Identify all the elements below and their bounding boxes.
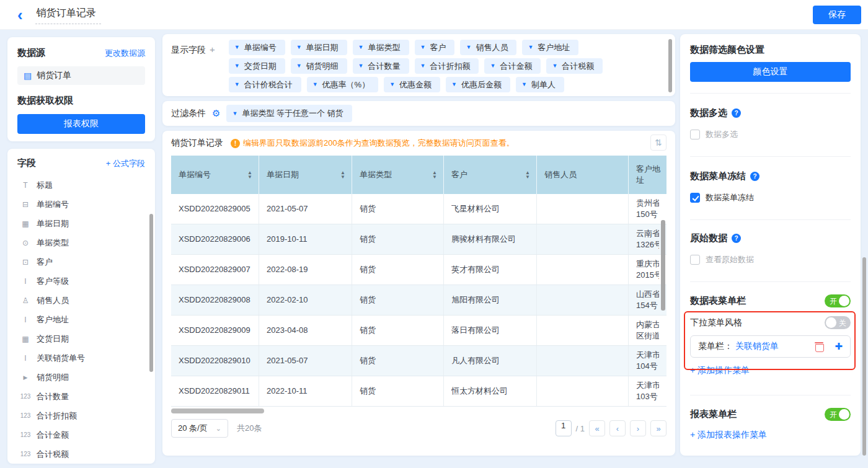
table-row[interactable]: XSDD20220829006 2019-10-11 销货 腾骏材料有限公司 云…	[171, 224, 666, 255]
display-chip[interactable]: ▼客户地址	[522, 40, 578, 55]
datasource-item[interactable]: ▤ 销货订单	[17, 66, 145, 85]
move-icon[interactable]: ✚	[835, 341, 843, 352]
report-menubar-toggle[interactable]: 开	[825, 408, 851, 421]
question-icon[interactable]: ?	[732, 234, 741, 243]
field-item-customer[interactable]: ⊡客户	[17, 252, 145, 272]
datasource-item-label: 销货订单	[37, 70, 71, 81]
display-chip[interactable]: ▼客户	[415, 40, 455, 55]
multi-select-checkbox[interactable]	[690, 130, 700, 139]
field-item-total-tax[interactable]: 123合计税额	[17, 444, 145, 464]
add-action-menu-link[interactable]: + 添加操作菜单	[690, 365, 750, 376]
field-item-title[interactable]: T标题	[17, 175, 145, 195]
field-item-doc-number[interactable]: ⊟单据编号	[17, 195, 145, 214]
add-display-field-button[interactable]: +	[210, 44, 215, 55]
field-item-salesperson[interactable]: ♙销售人员	[17, 291, 145, 310]
field-item-sales-detail[interactable]: ▶销货明细	[17, 368, 145, 387]
display-chip[interactable]: ▼优惠金额	[384, 77, 440, 92]
display-chip[interactable]: ▼优惠后金额	[446, 77, 510, 92]
column-header-doc-date[interactable]: 单据日期▲▼	[259, 156, 352, 194]
table-row[interactable]: XSDD20220829010 2021-05-07 销货 凡人有限公司 天津市…	[171, 346, 666, 376]
datasource-heading: 数据源	[17, 47, 45, 59]
display-chip[interactable]: ▼合计价税合计	[229, 77, 301, 92]
table-row[interactable]: XSDD20220829007 2022-08-19 销货 英才有限公司 重庆市…	[171, 255, 666, 285]
change-datasource-link[interactable]: 更改数据源	[105, 48, 145, 59]
prev-page-button[interactable]: ‹	[609, 420, 626, 436]
raw-data-checkbox-row[interactable]: 查看原始数据	[690, 254, 851, 265]
table-row[interactable]: XSDD20220829009 2023-04-08 销货 落日有限公司 内蒙古…	[171, 316, 666, 346]
dropdown-style-toggle[interactable]: 关	[825, 316, 851, 329]
table-scrollbar-horizontal[interactable]	[171, 408, 666, 413]
display-fields-scrollbar[interactable]	[668, 39, 672, 92]
display-chip[interactable]: ▼优惠率（%）	[307, 77, 378, 92]
add-formula-field-link[interactable]: + 公式字段	[106, 158, 145, 169]
column-header-customer-address[interactable]: 客户地址	[629, 156, 666, 194]
raw-data-checkbox[interactable]	[690, 255, 700, 265]
sort-order-button[interactable]: ⇅	[650, 135, 666, 151]
table-row[interactable]: XSDD20220829011 2022-10-11 销货 恒太方材料公司 天津…	[171, 376, 666, 407]
field-item-customer-level[interactable]: I客户等级	[17, 272, 145, 291]
menu-item-link[interactable]: 关联销货单	[735, 341, 812, 352]
back-icon[interactable]: ‹	[17, 2, 23, 27]
menu-freeze-checkbox-row[interactable]: 数据菜单冻结	[690, 192, 851, 203]
page-number-input[interactable]: 1	[556, 420, 572, 436]
display-chip[interactable]: ▼合计数量	[353, 58, 409, 74]
display-chip[interactable]: ▼单据编号	[229, 40, 285, 55]
last-page-button[interactable]: »	[650, 420, 666, 436]
fields-scrollbar[interactable]	[149, 214, 153, 372]
display-chip[interactable]: ▼交货日期	[229, 58, 285, 74]
field-item-doc-date[interactable]: ▦单据日期	[17, 214, 145, 233]
table-row[interactable]: XSDD20220829008 2022-02-10 销货 旭阳有限公司 山西省…	[171, 285, 666, 316]
column-header-salesperson[interactable]: 销售人员	[537, 156, 629, 194]
save-button[interactable]: 保存	[813, 6, 861, 24]
menu-item-row: 菜单栏： 关联销货单 ✚	[690, 335, 851, 358]
sort-arrows-icon[interactable]: ▲▼	[525, 170, 530, 179]
field-item-total-discount[interactable]: 123合计折扣额	[17, 406, 145, 425]
column-header-doc-type[interactable]: 单据类型▲▼	[352, 156, 444, 194]
cell-doc-date: 2019-10-11	[267, 234, 344, 245]
doc-number-icon: ⊟	[20, 200, 31, 209]
multi-select-checkbox-row[interactable]: 数据多选	[690, 129, 851, 140]
sort-arrows-icon[interactable]: ▲▼	[340, 170, 345, 179]
display-chip[interactable]: ▼制单人	[516, 77, 564, 92]
color-setting-button[interactable]: 颜色设置	[690, 62, 851, 82]
page-scrollbar[interactable]	[862, 257, 866, 456]
field-item-related-sales-no[interactable]: I关联销货单号	[17, 348, 145, 368]
table-row[interactable]: XSDD20220829005 2021-05-07 销货 飞星材料公司 贵州省…	[171, 194, 666, 224]
display-chip[interactable]: ▼合计金额	[484, 58, 541, 74]
table-scrollbar-vertical[interactable]	[661, 220, 665, 311]
next-page-button[interactable]: ›	[630, 420, 646, 436]
display-chip[interactable]: ▼合计折扣额	[415, 58, 479, 74]
sort-order-icon: ⇅	[655, 138, 662, 148]
display-chip[interactable]: ▼销货明细	[291, 58, 347, 74]
add-report-action-menu-link[interactable]: + 添加报表操作菜单	[690, 430, 767, 441]
sort-arrows-icon[interactable]: ▲▼	[432, 170, 437, 179]
column-header-customer[interactable]: 客户▲▼	[444, 156, 537, 194]
field-item-total-qty[interactable]: 123合计数量	[17, 387, 145, 406]
question-icon[interactable]: ?	[732, 108, 741, 118]
page-size-select[interactable]: 20 条/页 ⌄	[171, 419, 228, 438]
chip-label: 单据编号	[244, 42, 277, 53]
filter-condition-chip[interactable]: ▼ 单据类型 等于任意一个 销货	[226, 105, 352, 122]
field-item-total-amount[interactable]: 123合计金额	[17, 425, 145, 444]
chip-label: 客户地址	[538, 42, 570, 53]
field-item-customer-address[interactable]: I客户地址	[17, 310, 145, 329]
field-label: 单据日期	[37, 218, 69, 229]
report-permission-button[interactable]: 报表权限	[17, 114, 145, 134]
field-item-delivery-date[interactable]: ▦交货日期	[17, 329, 145, 348]
table-menubar-toggle[interactable]: 开	[825, 294, 851, 307]
question-icon[interactable]: ?	[750, 172, 760, 181]
gear-icon[interactable]: ⚙	[212, 108, 220, 119]
column-label: 单据类型	[360, 169, 392, 180]
prev-page-icon: ‹	[616, 424, 619, 433]
sort-arrows-icon[interactable]: ▲▼	[247, 170, 252, 179]
menu-freeze-checkbox[interactable]	[690, 193, 700, 203]
column-header-doc-number[interactable]: 单据编号▲▼	[171, 156, 259, 194]
trash-icon[interactable]	[815, 342, 823, 351]
chip-label: 优惠后金额	[461, 79, 502, 91]
first-page-button[interactable]: «	[589, 420, 605, 436]
display-chip[interactable]: ▼单据日期	[291, 40, 347, 55]
field-item-doc-type[interactable]: ⊙单据类型	[17, 233, 145, 252]
display-chip[interactable]: ▼单据类型	[353, 40, 409, 55]
display-chip[interactable]: ▼合计税额	[546, 58, 603, 74]
display-chip[interactable]: ▼销售人员	[460, 40, 516, 55]
